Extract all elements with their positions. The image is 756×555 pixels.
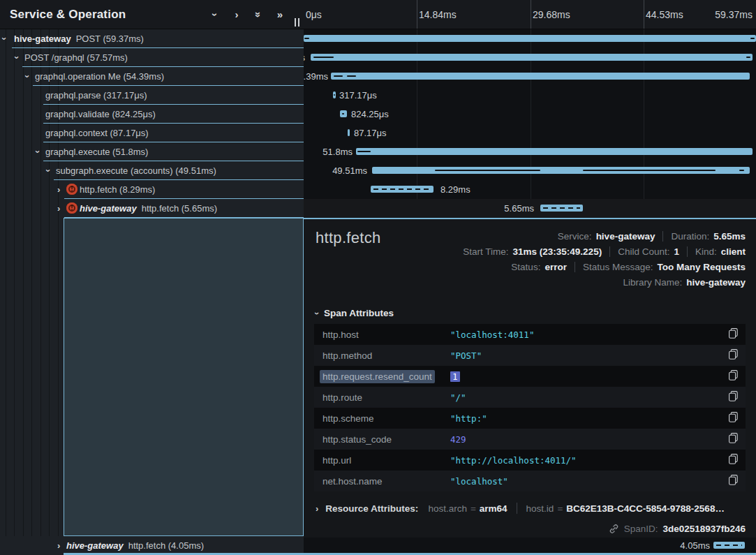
resource-attributes-row[interactable]: › Resource Attributes: host.arch=arm64ho… [316,498,746,519]
expand-all-icon[interactable]: » [274,9,286,20]
bar-duration-label: 824.25μs [351,105,389,124]
copy-icon[interactable] [725,475,741,487]
tree-row-label: graphql.parse (317.17μs) [45,86,147,105]
meta-value: Too Many Requests [657,262,746,272]
service-name: hive-gateway [14,34,71,44]
expand-one-icon[interactable]: › [231,9,242,20]
tree-row[interactable]: ›hive-gatewayhttp.fetch (4.05ms) [0,536,304,555]
tree-row[interactable]: ›hive-gatewayPOST (59.37ms) [0,29,304,48]
bar-child-mark [334,75,343,77]
timeline-row: 5.65ms [304,199,756,218]
axis-tick-label: 14.84ms [419,0,457,29]
meta-separator [662,231,663,242]
link-icon[interactable] [609,524,619,534]
span-duration-bar[interactable] [356,148,753,155]
chevron-right-icon[interactable]: › [57,184,60,195]
tree-row[interactable]: graphql.validate (824.25μs) [0,105,304,124]
timeline-row: 54.39ms [304,67,756,86]
chevron-down-icon[interactable]: › [0,37,10,40]
equals-sign: = [557,503,563,514]
bar-duration-label: 51.8ms [323,142,353,161]
tree-row[interactable]: ›POST /graphql (57.57ms) [0,48,304,67]
tree-row[interactable]: ›!http.fetch (8.29ms) [0,180,304,199]
span-attributes-table: http.host"localhost:4011"http.method"POS… [314,324,746,491]
resource-key: host.arch [428,503,467,514]
copy-icon[interactable] [725,370,741,383]
bar-duration-label: 54.39ms [304,67,328,86]
meta-value: client [721,246,746,257]
copy-icon[interactable] [725,412,741,424]
panel-resize-handle[interactable] [295,18,299,27]
collapse-all-icon[interactable]: » [253,9,264,20]
meta-value: hive-gateway [686,277,746,288]
meta-line: Start Time:31ms (23:35:49.225)Child Coun… [463,244,746,259]
meta-line: Library Name:hive-gateway [463,274,746,290]
attribute-value: "localhost" [450,476,725,487]
span-duration-bar[interactable] [540,205,583,212]
span-duration-bar[interactable] [371,186,433,193]
tree-row[interactable]: ›graphql.operation Me (54.39ms) [0,67,304,86]
tree-row-label: hive-gatewayhttp.fetch (5.65ms) [80,199,217,218]
chevron-down-icon[interactable]: › [33,150,43,153]
meta-value: error [544,262,567,272]
tree-row[interactable]: ›!hive-gatewayhttp.fetch (5.65ms) [0,199,304,218]
bar-duration-label: 5.65ms [504,199,534,218]
copy-icon[interactable] [725,349,741,362]
span-detail-panel: http.fetch Service:hive-gatewayDuration:… [304,218,756,538]
resource-value: arm64 [480,503,507,514]
tree-header: Service & Operation › › » » [0,0,304,29]
timeline-body: 57.57ms54.39ms317.17μs824.25μs87.17μs51.… [304,29,756,218]
span-duration-bar[interactable] [713,542,745,549]
meta-label: Status: [511,262,540,272]
tree-row-label: graphql.validate (824.25μs) [45,105,156,124]
tree-row-label: hive-gatewayhttp.fetch (4.05ms) [66,536,204,555]
attribute-key: http.request.resend_count [314,371,450,382]
copy-icon[interactable] [725,454,741,466]
tree-row-label: graphql.context (87.17μs) [45,124,149,142]
copy-icon[interactable] [725,391,741,404]
chevron-down-icon[interactable]: › [12,56,22,59]
span-duration-bar[interactable] [304,35,756,42]
bar-child-mark [357,151,371,152]
span-id-row: SpanID: 3de02518937fb246 [609,524,746,534]
span-duration-bar[interactable] [331,73,750,80]
service-name: hive-gateway [80,203,137,214]
attribute-row: http.url"http://localhost:4011/" [314,450,746,471]
timeline-row: 87.17μs [304,124,756,142]
tree-row-label: http.fetch (8.29ms) [80,180,155,199]
attribute-value: 1 [450,371,725,382]
span-tree-panel: Service & Operation › › » » ›hive-gatewa… [0,0,304,555]
bar-duration-label: 4.05ms [680,538,710,554]
attribute-key: http.host [314,330,450,340]
tree-row[interactable]: graphql.context (87.17μs) [0,124,304,142]
span-meta: Service:hive-gatewayDuration:5.65msStart… [463,228,746,290]
bar-child-mark [739,170,744,171]
chevron-down-icon[interactable]: › [22,75,33,77]
timeline-row: 317.17μs [304,86,756,105]
span-duration-bar[interactable] [348,129,350,136]
span-attributes-header[interactable]: › Span Attributes [316,308,394,318]
tree-row[interactable]: ›graphql.execute (51.8ms) [0,142,304,161]
timeline-row: 57.57ms [304,48,756,67]
attribute-row: http.scheme"http:" [314,408,746,429]
timeline-row: 824.25μs [304,105,756,124]
tree-rows: ›hive-gatewayPOST (59.37ms)›POST /graphq… [0,29,304,218]
bar-child-mark [304,38,309,39]
timeline-row: 49.51ms [304,161,756,180]
tree-row[interactable]: graphql.parse (317.17μs) [0,86,304,105]
copy-icon[interactable] [725,433,741,445]
tree-row[interactable]: ›subgraph.execute (accounts) (49.51ms) [0,161,304,180]
selected-text: http.request.resend_count [320,370,435,383]
attribute-value: 429 [450,434,725,445]
chevron-down-icon[interactable]: › [43,169,54,172]
chevron-right-icon[interactable]: › [57,203,60,214]
collapse-one-icon[interactable]: › [209,9,221,20]
timeline-panel: 0μs14.84ms29.68ms44.53ms59.37ms 57.57ms5… [304,0,756,555]
selected-span-expansion [64,218,304,536]
attribute-row: http.route"/" [314,387,746,408]
chevron-right-icon[interactable]: › [57,540,60,551]
span-duration-bar[interactable] [311,54,753,61]
bar-duration-label: 317.17μs [339,86,377,105]
copy-icon[interactable] [725,328,741,341]
tree-row-label: graphql.operation Me (54.39ms) [35,67,164,86]
